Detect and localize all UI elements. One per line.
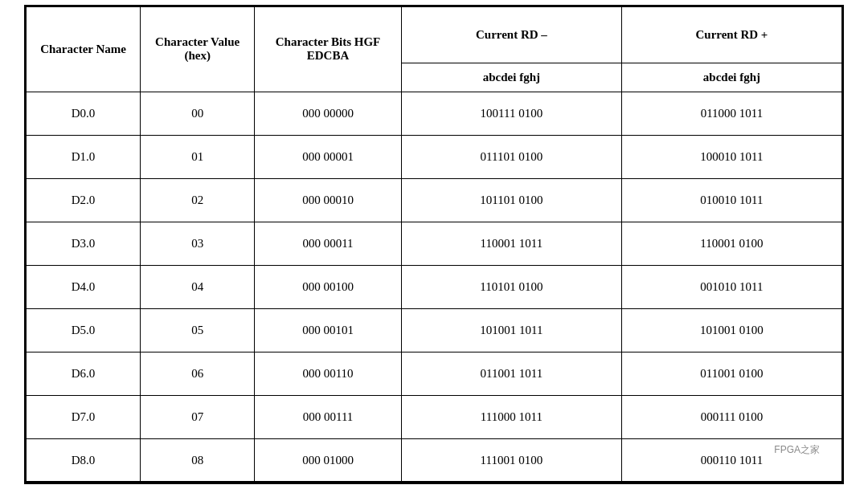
cell-rd_minus: 110101 0100	[401, 265, 621, 308]
col-header-char-bits: Character Bits HGF EDCBA	[255, 6, 402, 92]
table-row: D3.003000 00011110001 1011110001 0100	[27, 222, 842, 265]
col-header-char-name: Character Name	[27, 6, 141, 92]
cell-rd_plus: 011000 1011	[621, 92, 841, 135]
cell-value: 04	[141, 265, 255, 308]
data-table: Character Name Character Value (hex) Cha…	[26, 6, 842, 483]
cell-rd_minus: 110001 1011	[401, 222, 621, 265]
cell-bits: 000 00100	[255, 265, 402, 308]
table-row: D8.008000 01000111001 0100000110 1011	[27, 438, 842, 482]
table-row: D2.002000 00010101101 0100010010 1011	[27, 178, 842, 222]
cell-rd_plus: 010010 1011	[621, 178, 841, 222]
cell-bits: 000 00011	[255, 222, 402, 265]
watermark-label: FPGA之家	[774, 443, 820, 457]
cell-rd_plus: 100010 1011	[621, 135, 841, 178]
table-row: D6.006000 00110011001 1011011001 0100	[27, 352, 842, 395]
cell-rd_minus: 100111 0100	[401, 92, 621, 135]
cell-name: D4.0	[27, 265, 141, 308]
cell-name: D2.0	[27, 178, 141, 222]
cell-rd_minus: 011101 0100	[401, 135, 621, 178]
cell-name: D0.0	[27, 92, 141, 135]
cell-bits: 000 01000	[255, 438, 402, 482]
cell-rd_plus: 101001 0100	[621, 308, 841, 352]
cell-name: D5.0	[27, 308, 141, 352]
cell-rd_plus: 001010 1011	[621, 265, 841, 308]
table-container: Character Name Character Value (hex) Cha…	[24, 5, 844, 485]
cell-rd_plus: 000111 0100	[621, 395, 841, 438]
cell-value: 01	[141, 135, 255, 178]
cell-name: D1.0	[27, 135, 141, 178]
cell-value: 05	[141, 308, 255, 352]
cell-rd_plus: 110001 0100	[621, 222, 841, 265]
cell-bits: 000 00110	[255, 352, 402, 395]
cell-rd_plus: 011001 0100	[621, 352, 841, 395]
table-row: D1.001000 00001011101 0100100010 1011	[27, 135, 842, 178]
cell-bits: 000 00010	[255, 178, 402, 222]
cell-value: 03	[141, 222, 255, 265]
cell-name: D7.0	[27, 395, 141, 438]
cell-value: 08	[141, 438, 255, 482]
cell-value: 00	[141, 92, 255, 135]
cell-value: 07	[141, 395, 255, 438]
cell-value: 02	[141, 178, 255, 222]
cell-name: D3.0	[27, 222, 141, 265]
col-header-rd-minus: Current RD –	[401, 6, 621, 63]
cell-rd_minus: 101101 0100	[401, 178, 621, 222]
cell-bits: 000 00000	[255, 92, 402, 135]
cell-rd_minus: 101001 1011	[401, 308, 621, 352]
cell-name: D8.0	[27, 438, 141, 482]
table-row: D4.004000 00100110101 0100001010 1011	[27, 265, 842, 308]
table-row: D5.005000 00101101001 1011101001 0100	[27, 308, 842, 352]
cell-bits: 000 00101	[255, 308, 402, 352]
table-body: D0.000000 00000100111 0100011000 1011D1.…	[27, 92, 842, 482]
cell-name: D6.0	[27, 352, 141, 395]
table-row: D0.000000 00000100111 0100011000 1011	[27, 92, 842, 135]
col-header-char-value: Character Value (hex)	[141, 6, 255, 92]
table-row: D7.007000 00111111000 1011000111 0100	[27, 395, 842, 438]
col-header-rd-plus: Current RD +	[621, 6, 841, 63]
cell-rd_minus: 111001 0100	[401, 438, 621, 482]
cell-bits: 000 00001	[255, 135, 402, 178]
subheader-rd-minus: abcdei fghj	[401, 63, 621, 92]
cell-value: 06	[141, 352, 255, 395]
cell-bits: 000 00111	[255, 395, 402, 438]
cell-rd_minus: 011001 1011	[401, 352, 621, 395]
subheader-rd-plus: abcdei fghj	[621, 63, 841, 92]
cell-rd_minus: 111000 1011	[401, 395, 621, 438]
header-row-main: Character Name Character Value (hex) Cha…	[27, 6, 842, 63]
